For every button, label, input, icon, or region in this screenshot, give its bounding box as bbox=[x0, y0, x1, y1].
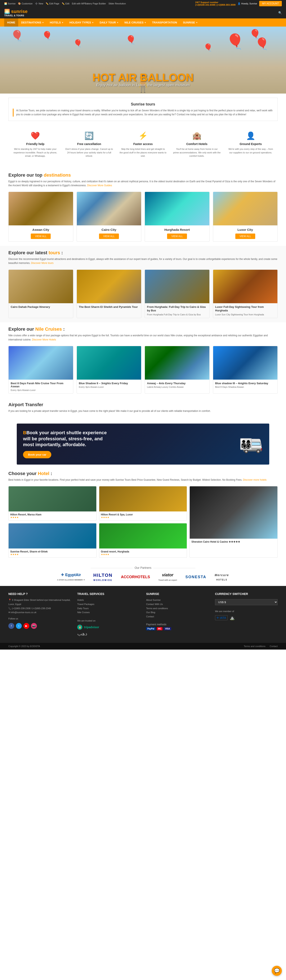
hurghada-cairo-body: From Hurghada: Full-Day Trip to Cairo & … bbox=[145, 303, 209, 318]
nav-destinations[interactable]: DESTINATIONS ▼ bbox=[18, 18, 47, 27]
luxor-name: Luxor City bbox=[216, 228, 275, 231]
balloon-center-left: 🎈 bbox=[73, 39, 83, 48]
sunrise-resort-stars: ★★★★ bbox=[10, 553, 95, 556]
header-right: 🔍 bbox=[278, 11, 282, 14]
nav-sunrise[interactable]: SUNRISE ▼ bbox=[180, 18, 201, 27]
nav-nile-cruises[interactable]: NILE CRUISES ▼ bbox=[121, 18, 149, 27]
nile-cruises-link[interactable]: Discover More Hotels bbox=[32, 338, 56, 341]
nav-hotels[interactable]: HOTELS ▼ bbox=[47, 18, 67, 27]
ground-experts-icon: 👤 bbox=[227, 131, 275, 140]
comfort-hotels-title: Comfort Hotels bbox=[173, 142, 220, 146]
footer-link-daily-tours[interactable]: Daily Tours bbox=[77, 606, 140, 611]
sheraton-body: Sheraton Cairo Hotel & Casino ★★★★★ bbox=[190, 539, 277, 545]
cairo-dahab-body: Cairo Dahab Package Itinerary bbox=[9, 303, 73, 312]
hurghada-card-body: Hurghada Resort VIEW ALL bbox=[145, 225, 209, 242]
nav-home[interactable]: HOME bbox=[4, 18, 18, 27]
visa-icon: VISA bbox=[164, 627, 171, 630]
footer-link-travel-packages[interactable]: Travel Packages bbox=[77, 602, 140, 606]
amwaj-subtitle: Latest Amwaj Luxury Combo Aswan bbox=[147, 386, 207, 388]
nile-cruises-title: Explore our Nile Cruises : bbox=[8, 326, 278, 332]
facebook-icon[interactable]: f bbox=[8, 623, 14, 629]
hotel-card-hilton-marsa: Hilton Resort, Marsa Alam ★★★★ bbox=[8, 486, 96, 521]
footer-link-contact2[interactable]: Contact bbox=[146, 615, 209, 619]
amwaj-image bbox=[145, 346, 209, 380]
shadow3-image bbox=[213, 346, 278, 380]
twitter-icon[interactable]: t bbox=[16, 623, 22, 629]
cruise-card-shadow3: Blue shadow III – 4nights Every Saturday… bbox=[213, 346, 278, 394]
amwaj-title: Amwaj – 4nts Every Thursday bbox=[147, 382, 207, 385]
friendly-help-desc: We're standing by 24/7 to help make your… bbox=[11, 147, 59, 158]
admin-link-wpbakery[interactable]: Edit with WPBakery Page Builder bbox=[72, 2, 106, 5]
hotel-card-grand-resort: Grand resort, Hurghada ★★★★ bbox=[99, 523, 187, 558]
payment-label: Payment methods bbox=[146, 623, 209, 626]
admin-link-new[interactable]: ➕ New bbox=[35, 2, 43, 5]
footer-link-terms[interactable]: Terms and conditions bbox=[146, 606, 209, 611]
footer-travel-services-title: TRAVEL SERVICES bbox=[77, 592, 140, 596]
feature-friendly-help: ❤️ Friendly help We're standing by 24/7 … bbox=[8, 127, 62, 162]
search-icon[interactable]: 🔍 bbox=[278, 11, 282, 14]
hilton-marsa-image bbox=[9, 486, 96, 511]
destinations-grid: Aswan City VIEW ALL Cairo City VIEW ALL … bbox=[8, 192, 278, 242]
luxor-sight-desc: Luxor Sun City Sightseeing Tour from Hur… bbox=[215, 313, 276, 316]
feature-ground-experts: 👤 Ground Experts We're with you every st… bbox=[224, 127, 278, 162]
cairo-image bbox=[77, 192, 141, 225]
aswan-view-all-button[interactable]: VIEW ALL bbox=[31, 234, 51, 239]
hotels-link[interactable]: Discover more hotels bbox=[243, 478, 267, 481]
nile-cruises-grid: Best 8 Days Farah Nile Cruise Tour From … bbox=[8, 346, 278, 394]
site-logo[interactable]: 🌅 sunrise TRAVEL & TOURS bbox=[4, 9, 27, 17]
aswan-name: Aswan City bbox=[11, 228, 70, 231]
tripadvisor-icon: 🦉 bbox=[77, 625, 82, 630]
my-account-button[interactable]: MY ACCOUNT bbox=[259, 1, 282, 6]
nile-cruises-section: Explore our Nile Cruises : Nile cruises … bbox=[0, 322, 286, 398]
hurghada-view-all-button[interactable]: VIEW ALL bbox=[167, 234, 187, 239]
destinations-link[interactable]: Discover More Guides bbox=[87, 184, 112, 187]
footer-currency: CURRENCY SWITCHER US$ $ EUR € GBP £ We a… bbox=[215, 592, 278, 636]
nav-transportation[interactable]: TRANSPORTATION bbox=[149, 18, 180, 27]
footer-travel-services: TRAVEL SERVICES Hotels Travel Packages D… bbox=[77, 592, 140, 636]
admin-link-sunrise[interactable]: 🌅 Sunrise bbox=[4, 2, 16, 5]
nav-daily-tour[interactable]: DAILY TOUR ▼ bbox=[97, 18, 121, 27]
footer-link-hotels[interactable]: Hotels bbox=[77, 598, 140, 602]
grand-resort-body: Grand resort, Hurghada ★★★★ bbox=[99, 549, 187, 557]
balloon-large-right: 🎈 bbox=[226, 33, 244, 50]
luxor-view-all-button[interactable]: VIEW ALL bbox=[235, 234, 255, 239]
partner-sonesta: SONESTA bbox=[185, 575, 206, 579]
footer-link-blog[interactable]: Our Blog bbox=[146, 611, 209, 615]
sunrise-resort-body: Sunrise Resort, Sharm el-Shiek ★★★★ bbox=[9, 549, 96, 557]
destination-card-cairo: Cairo City VIEW ALL bbox=[77, 192, 142, 242]
hilton-marsa-stars: ★★★★ bbox=[10, 516, 95, 519]
cairo-view-all-button[interactable]: VIEW ALL bbox=[99, 234, 119, 239]
farah-body: Best 8 Days Farah Nile Cruise Tour From … bbox=[9, 380, 73, 393]
admin-link-customize[interactable]: 🎨 Customize bbox=[18, 2, 32, 5]
admin-link-edit-page[interactable]: ✏️ Edit Page bbox=[46, 2, 59, 5]
sheraton-name: Sheraton Cairo Hotel & Casino ★★★★★ bbox=[191, 540, 276, 543]
nav-holiday-types[interactable]: HOLIDAY TYPES ▼ bbox=[66, 18, 96, 27]
destinations-section-title: Explore our top destinations bbox=[8, 172, 278, 178]
faster-access-icon: ⚡ bbox=[119, 131, 167, 140]
admin-link-edit[interactable]: ✏️ Edit bbox=[62, 2, 69, 5]
currency-select[interactable]: US$ $ EUR € GBP £ bbox=[215, 599, 278, 605]
tours-link[interactable]: Discover More tours bbox=[31, 262, 53, 264]
footer-bottom: Copyright © 2023 by EODISTA Terms and co… bbox=[0, 643, 286, 649]
youtube-icon[interactable]: ▶ bbox=[24, 623, 29, 629]
tour-card-hurghada-cairo: From Hurghada: Full-Day Trip to Cairo & … bbox=[145, 269, 209, 318]
footer-link-about[interactable]: About Sunrise bbox=[146, 598, 209, 602]
admin-bar-left: 🌅 Sunrise 🎨 Customize ➕ New ✏️ Edit Page… bbox=[4, 2, 126, 5]
footer-contact-link[interactable]: Contact bbox=[270, 645, 278, 648]
footer-sunrise-title: SUNRISE bbox=[146, 592, 209, 596]
support-number: 24/7 Support number (+2)0100-331-6448 | … bbox=[195, 1, 236, 6]
partners-logos: ✈ EgyptAirA STAR ALLIANCE MEMBER ✦ HILTO… bbox=[8, 573, 278, 582]
hotel-card-sunrise-resort: Sunrise Resort, Sharm el-Shiek ★★★★ bbox=[8, 523, 96, 558]
payment-section: Payment methods PayPal MC VISA bbox=[146, 623, 209, 630]
footer-terms-link[interactable]: Terms and conditions bbox=[244, 645, 265, 648]
instagram-icon[interactable]: 📷 bbox=[31, 623, 37, 629]
mastercard-icon: MC bbox=[157, 627, 163, 630]
book-car-button[interactable]: Book your car bbox=[23, 451, 51, 458]
footer-link-contact[interactable]: Contact With Us bbox=[146, 602, 209, 606]
hurghada-cairo-title: From Hurghada: Full-Day Trip to Cairo & … bbox=[147, 305, 207, 312]
hilton-marsa-name: Hilton Resort, Marsa Alam bbox=[10, 513, 95, 516]
free-cancellation-title: Free cancellation bbox=[66, 142, 113, 146]
cruise-card-farah: Best 8 Days Farah Nile Cruise Tour From … bbox=[8, 346, 73, 394]
footer-link-nile-cruises[interactable]: Nile Cruises bbox=[77, 611, 140, 615]
admin-link-slider[interactable]: Slider Revolution bbox=[109, 2, 126, 5]
